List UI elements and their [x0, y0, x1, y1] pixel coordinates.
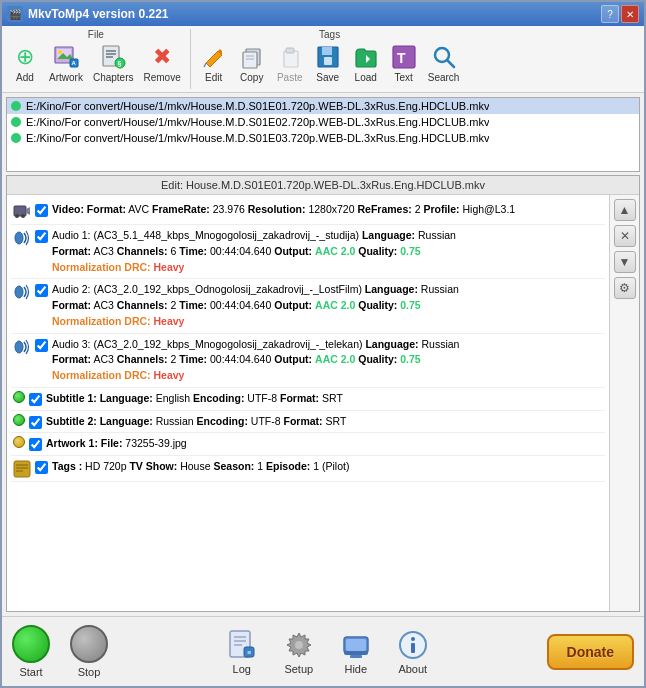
subtitle2-track-row: Subtitle 2: Language: Russian Encoding: …: [11, 411, 605, 434]
file-status-dot-1: [11, 101, 21, 111]
stop-label: Stop: [78, 666, 101, 678]
audio2-track-row: Audio 2: (AC3_2.0_192_kbps_Odnogolosij_z…: [11, 279, 605, 333]
paste-label: Paste: [277, 72, 303, 83]
audio1-checkbox[interactable]: [35, 230, 48, 243]
bottom-bar: Start Stop ≡ Log: [2, 616, 644, 686]
audio3-track-row: Audio 3: (AC3_2.0_192_kbps_Mnogogolosij_…: [11, 334, 605, 388]
svg-line-12: [204, 63, 206, 67]
video-track-text: Video: Format: AVC FrameRate: 23.976 Res…: [52, 202, 603, 218]
about-button[interactable]: About: [392, 627, 434, 677]
paste-button[interactable]: Paste: [272, 41, 308, 85]
artwork-track-row: Artwork 1: File: 73255-39.jpg: [11, 433, 605, 456]
text-button[interactable]: T Text: [386, 41, 422, 85]
save-icon: [314, 43, 342, 71]
settings-button[interactable]: ⚙: [614, 277, 636, 299]
audio3-icon: [13, 338, 31, 356]
tags-group-label: Tags: [196, 29, 464, 40]
svg-text:§: §: [118, 60, 122, 67]
file-item-2[interactable]: E:/Kino/For convert/House/1/mkv/House.M.…: [7, 114, 639, 130]
artwork-checkbox[interactable]: [29, 438, 42, 451]
load-button[interactable]: Load: [348, 41, 384, 85]
delete-button[interactable]: ✕: [614, 225, 636, 247]
audio3-checkbox[interactable]: [35, 339, 48, 352]
edit-label: Edit: [205, 72, 222, 83]
subtitle2-checkbox[interactable]: [29, 416, 42, 429]
start-label: Start: [19, 666, 42, 678]
copy-button[interactable]: Copy: [234, 41, 270, 85]
audio1-icon: [13, 229, 31, 247]
toolbar: File ⊕ Add: [2, 26, 644, 93]
log-icon: ≡: [226, 629, 258, 661]
svg-point-2: [58, 50, 62, 54]
tags-group: Tags Edit: [196, 29, 464, 85]
setup-button[interactable]: Setup: [278, 627, 320, 677]
subtitle2-track-text: Subtitle 2: Language: Russian Encoding: …: [46, 414, 603, 430]
stop-circle: [70, 625, 108, 663]
chapters-button[interactable]: § Chapters: [89, 41, 138, 85]
svg-point-32: [15, 286, 23, 298]
edit-button[interactable]: Edit: [196, 41, 232, 85]
save-label: Save: [316, 72, 339, 83]
save-button[interactable]: Save: [310, 41, 346, 85]
svg-point-45: [295, 641, 303, 649]
log-button[interactable]: ≡ Log: [221, 627, 263, 677]
paste-icon: [276, 43, 304, 71]
details-panel: Edit: House.M.D.S01E01.720p.WEB-DL.3xRus…: [6, 175, 640, 612]
audio2-checkbox[interactable]: [35, 284, 48, 297]
move-up-button[interactable]: ▲: [614, 199, 636, 221]
svg-line-26: [447, 60, 454, 67]
help-button[interactable]: ?: [601, 5, 619, 23]
tags-icon: [13, 460, 31, 478]
start-circle: [12, 625, 50, 663]
tags-track-row: Tags : HD 720p TV Show: House Season: 1 …: [11, 456, 605, 482]
move-down-button[interactable]: ▼: [614, 251, 636, 273]
start-bottom-button[interactable]: Start: [12, 625, 50, 678]
file-buttons: ⊕ Add A: [7, 41, 185, 85]
remove-button[interactable]: ✖ Remove: [139, 41, 184, 85]
artwork-button[interactable]: A Artwork: [45, 41, 87, 85]
setup-label: Setup: [284, 663, 313, 675]
tags-checkbox[interactable]: [35, 461, 48, 474]
file-item-3[interactable]: E:/Kino/For convert/House/1/mkv/House.M.…: [7, 130, 639, 146]
artwork-status-dot: [13, 436, 25, 448]
svg-rect-21: [324, 57, 332, 65]
details-body: Video: Format: AVC FrameRate: 23.976 Res…: [7, 195, 639, 611]
audio2-icon: [13, 283, 31, 301]
add-button[interactable]: ⊕ Add: [7, 41, 43, 85]
close-button[interactable]: ✕: [621, 5, 639, 23]
file-path-2: E:/Kino/For convert/House/1/mkv/House.M.…: [26, 116, 489, 128]
donate-button[interactable]: Donate: [547, 634, 634, 670]
video-checkbox[interactable]: [35, 204, 48, 217]
svg-point-31: [15, 232, 23, 244]
artwork-label: Artwork: [49, 72, 83, 83]
bottom-center: ≡ Log Setup: [221, 627, 434, 677]
video-icon: [13, 203, 31, 221]
search-button[interactable]: Search: [424, 41, 464, 85]
svg-rect-34: [14, 461, 30, 477]
hide-button[interactable]: Hide: [335, 627, 377, 677]
content-area: E:/Kino/For convert/House/1/mkv/House.M.…: [2, 93, 644, 616]
svg-rect-20: [322, 47, 332, 55]
chapters-label: Chapters: [93, 72, 134, 83]
svg-rect-18: [286, 48, 294, 53]
remove-icon: ✖: [148, 43, 176, 71]
svg-text:≡: ≡: [247, 649, 251, 656]
remove-label: Remove: [143, 72, 180, 83]
about-icon: [397, 629, 429, 661]
svg-marker-28: [26, 207, 30, 215]
svg-text:T: T: [397, 50, 406, 66]
file-list[interactable]: E:/Kino/For convert/House/1/mkv/House.M.…: [6, 97, 640, 172]
add-label: Add: [16, 72, 34, 83]
file-item-1[interactable]: E:/Kino/For convert/House/1/mkv/House.M.…: [7, 98, 639, 114]
title-controls: ? ✕: [601, 5, 639, 23]
tags-track-text: Tags : HD 720p TV Show: House Season: 1 …: [52, 459, 603, 475]
load-icon: [352, 43, 380, 71]
details-header: Edit: House.M.D.S01E01.720p.WEB-DL.3xRus…: [7, 176, 639, 195]
file-group: File ⊕ Add: [7, 29, 185, 85]
svg-rect-52: [411, 643, 415, 653]
window-title: MkvToMp4 version 0.221: [28, 7, 169, 21]
stop-bottom-button[interactable]: Stop: [70, 625, 108, 678]
subtitle1-checkbox[interactable]: [29, 393, 42, 406]
audio1-track-row: Audio 1: (AC3_5.1_448_kbps_Mnogogolosij_…: [11, 225, 605, 279]
file-group-label: File: [7, 29, 185, 40]
